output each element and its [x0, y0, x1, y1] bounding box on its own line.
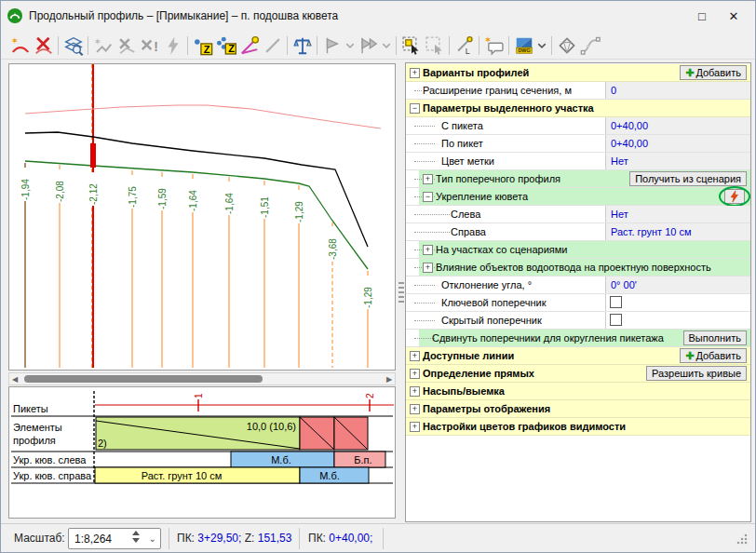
- property-row-насыпь-выемка[interactable]: +Насыпь/выемка: [406, 383, 750, 400]
- property-row-слева[interactable]: СлеваНет: [406, 206, 750, 223]
- search-profiles-button[interactable]: [61, 34, 85, 57]
- property-row-определение-прямых[interactable]: +Определение прямыхРазрешить кривые: [406, 365, 750, 383]
- collapse-icon[interactable]: −: [410, 103, 420, 114]
- property-row-доступные-линии[interactable]: +Доступные линии✚Добавить: [406, 347, 750, 365]
- scale-value[interactable]: 1:8,264: [74, 533, 112, 546]
- profile-element-note: 2): [98, 438, 107, 449]
- checkbox[interactable]: [610, 314, 622, 326]
- chart-horizontal-scrollbar[interactable]: ◀ ▶: [8, 372, 396, 385]
- draw-line-button[interactable]: [261, 34, 284, 57]
- resize-grip-icon[interactable]: [736, 533, 748, 545]
- property-value[interactable]: 0: [605, 82, 750, 99]
- add-profile-button[interactable]: ✶: [8, 34, 32, 57]
- splitter-grip-icon[interactable]: [398, 282, 404, 303]
- play-flag-dropdown[interactable]: [344, 34, 357, 57]
- scroll-left-arrow-icon[interactable]: ◀: [9, 373, 20, 384]
- property-row-расширение-границ-сечения-м[interactable]: Расширение границ сечения, м0: [406, 82, 750, 100]
- select-rect-button[interactable]: [423, 34, 446, 57]
- measure-angle-button[interactable]: [237, 34, 261, 57]
- profile-chart[interactable]: -1,94-2,08-2,12-1,75-1,59-1,64-1,64-1,51…: [9, 64, 395, 370]
- property-row-на-участках-со-сценариями[interactable]: +На участках со сценариями: [406, 241, 750, 259]
- scroll-right-arrow-icon[interactable]: ▶: [384, 373, 395, 384]
- z-point-single-button[interactable]: Z: [191, 34, 214, 57]
- diamond-button[interactable]: [555, 34, 578, 57]
- action-button-разрешить-кривые[interactable]: Разрешить кривые: [646, 366, 747, 381]
- property-row-цвет-метки[interactable]: Цвет меткиНет: [406, 153, 750, 170]
- property-row-варианты-профилей[interactable]: +Варианты профилей✚Добавить: [406, 64, 750, 82]
- property-value[interactable]: 0+40,00: [605, 117, 750, 134]
- play-flag-button[interactable]: [320, 34, 344, 57]
- play-flag-next-dropdown[interactable]: [380, 34, 393, 57]
- select-rect-yellow-button[interactable]: [399, 34, 423, 57]
- scale-combobox[interactable]: 1:8,264 ⌄: [68, 528, 161, 549]
- action-button-получить-из-сценария[interactable]: Получить из сценария: [629, 171, 747, 186]
- action-button-добавить[interactable]: ✚Добавить: [680, 65, 747, 80]
- maximize-button[interactable]: □: [686, 4, 718, 28]
- property-row-параметры-отображения[interactable]: +Параметры отображения: [406, 400, 750, 418]
- z-point-multi-button[interactable]: Z: [214, 34, 237, 57]
- expand-icon[interactable]: +: [410, 422, 420, 432]
- profile-chart-panel[interactable]: -1,94-2,08-2,12-1,75-1,59-1,64-1,64-1,51…: [8, 63, 396, 371]
- property-label: Влияние объектов водоотвода на проектную…: [436, 262, 711, 273]
- action-button-добавить[interactable]: ✚Добавить: [680, 348, 747, 363]
- property-row-скрытый-поперечник[interactable]: Скрытый поперечник: [406, 312, 750, 330]
- close-button[interactable]: ✕: [718, 4, 749, 28]
- property-row-влияние-объектов-водоотвода-на-проектную-поверхность[interactable]: +Влияние объектов водоотвода на проектну…: [406, 259, 750, 276]
- profile-elements-panel[interactable]: Пикеты Элементы профиля Укр. кюв. слева …: [8, 386, 396, 519]
- property-row-с-пикета[interactable]: С пикета0+40,00: [406, 117, 750, 135]
- property-row-параметры-выделенного-участка[interactable]: −Параметры выделенного участка: [406, 100, 750, 117]
- recalc-lightning-button[interactable]: [161, 34, 184, 57]
- svg-text:DWG: DWG: [518, 47, 530, 53]
- expand-icon[interactable]: +: [423, 263, 433, 273]
- delete-point-button[interactable]: [115, 34, 138, 57]
- play-flag-next-button[interactable]: [357, 34, 380, 57]
- cursor-marker[interactable]: [90, 143, 96, 168]
- selected-picket-status: ПК: 0+40,00;: [308, 532, 372, 545]
- property-value[interactable]: 0° 00': [605, 276, 750, 293]
- panel-splitter[interactable]: [397, 62, 405, 522]
- collapse-icon[interactable]: −: [423, 192, 433, 202]
- apply-strengthening-button[interactable]: [724, 189, 745, 204]
- property-label: Тип поперечного профиля: [436, 173, 560, 184]
- measure-length-button[interactable]: L: [452, 34, 476, 57]
- station-elevation-label: -2,08: [55, 181, 65, 202]
- expand-icon[interactable]: +: [410, 68, 420, 78]
- property-row-настройки-цветов-графиков-видимости[interactable]: +Настройки цветов графиков видимости: [406, 418, 750, 436]
- scrollbar-track[interactable]: [20, 374, 384, 384]
- expand-icon[interactable]: +: [410, 369, 420, 379]
- expand-icon[interactable]: +: [410, 351, 420, 361]
- spline-button[interactable]: [578, 34, 601, 57]
- delete-point-alert-button[interactable]: !: [138, 34, 161, 57]
- property-label: Скрытый поперечник: [441, 315, 542, 326]
- property-value[interactable]: 0+40,00: [605, 135, 750, 152]
- add-point-button[interactable]: ✶: [91, 34, 115, 57]
- property-value[interactable]: Нет: [605, 206, 750, 223]
- expand-icon[interactable]: +: [410, 404, 420, 414]
- property-row-тип-поперечного-профиля[interactable]: +Тип поперечного профиляПолучить из сцен…: [406, 170, 750, 188]
- station-elevation-label: -1,51: [260, 196, 270, 218]
- scrollbar-thumb[interactable]: [24, 375, 263, 383]
- property-row-сдвинуть-поперечники-для-округления-пикетажа[interactable]: Сдвинуть поперечники для округления пике…: [406, 330, 750, 347]
- property-value[interactable]: Нет: [605, 153, 750, 169]
- action-button-выполнить[interactable]: Выполнить: [683, 330, 747, 345]
- checkbox[interactable]: [610, 296, 622, 308]
- property-row-отклонение-угла-[interactable]: Отклонение угла, °0° 00': [406, 276, 750, 294]
- expand-icon[interactable]: +: [423, 174, 433, 184]
- delete-profile-button[interactable]: [32, 34, 55, 57]
- measure-angle-icon: [239, 35, 260, 56]
- property-row-справа[interactable]: СправаРаст. грунт 10 см: [406, 223, 750, 241]
- property-row-укрепление-кювета[interactable]: −Укрепление кювета: [406, 188, 750, 206]
- property-row-по-пикет[interactable]: По пикет0+40,00: [406, 135, 750, 153]
- scale-dropdown-icon[interactable]: ⌄: [149, 533, 156, 544]
- scale-spinner[interactable]: [132, 531, 140, 543]
- expand-icon[interactable]: +: [423, 245, 433, 255]
- property-row-ключевой-поперечник[interactable]: Ключевой поперечник: [406, 294, 750, 312]
- strengthen-left-bp-label: Б.п.: [354, 454, 371, 465]
- scales-button[interactable]: [290, 34, 314, 57]
- expand-icon[interactable]: +: [410, 386, 420, 397]
- add-comment-button[interactable]: ✶: [482, 34, 506, 57]
- export-dwg-button[interactable]: DWG: [512, 34, 535, 57]
- app-window: Продольный профиль – [Примыкание] – п. п…: [0, 0, 756, 553]
- property-value[interactable]: Раст. грунт 10 см: [605, 223, 750, 240]
- export-dwg-dropdown[interactable]: [535, 34, 548, 57]
